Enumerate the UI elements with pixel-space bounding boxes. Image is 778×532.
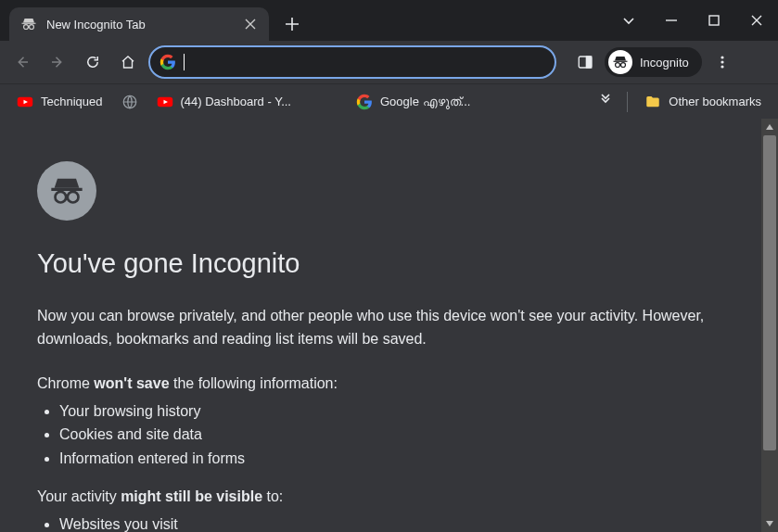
scroll-down-button[interactable] [761, 515, 778, 532]
bookmarks-bar: Techniqued (44) Dashboard - Y... Google … [0, 83, 778, 119]
svg-point-7 [721, 56, 723, 58]
might-visible-heading: Your activity might still be visible to: [37, 488, 741, 505]
minimize-button[interactable] [650, 2, 693, 39]
svg-point-8 [721, 60, 723, 63]
back-button[interactable] [7, 47, 37, 77]
separator [627, 92, 628, 112]
incognito-hero-icon [37, 161, 96, 221]
side-panel-button[interactable] [571, 48, 599, 76]
scrollbar-thumb[interactable] [763, 135, 776, 450]
youtube-icon [17, 94, 33, 110]
svg-rect-2 [709, 16, 719, 25]
list-item: Your browsing history [59, 399, 741, 424]
page-viewport: You've gone Incognito Now you can browse… [0, 119, 778, 532]
incognito-label: Incognito [640, 56, 689, 70]
svg-point-13 [56, 192, 67, 203]
svg-point-0 [24, 25, 29, 30]
might-visible-list: Websites you visit [37, 513, 741, 532]
home-button[interactable] [113, 47, 143, 77]
other-bookmarks-label: Other bookmarks [669, 95, 761, 108]
wont-save-heading: Chrome won't save the following informat… [37, 375, 741, 392]
tab-title: New Incognito Tab [46, 18, 234, 32]
bookmark-item[interactable]: Techniqued [9, 90, 110, 114]
text-caret [184, 54, 185, 70]
tab-close-button[interactable] [243, 17, 258, 32]
vertical-scrollbar[interactable] [761, 119, 778, 532]
address-bar[interactable] [148, 45, 556, 79]
incognito-indicator[interactable]: Incognito [605, 47, 702, 77]
svg-point-1 [30, 25, 34, 30]
title-bar: New Incognito Tab [0, 0, 778, 41]
new-tab-button[interactable] [278, 10, 306, 38]
google-icon [356, 94, 373, 110]
svg-point-6 [621, 63, 626, 68]
incognito-page-content: You've gone Incognito Now you can browse… [0, 119, 778, 532]
chrome-menu-button[interactable] [708, 47, 737, 77]
scroll-up-button[interactable] [761, 119, 778, 135]
scrollbar-track[interactable] [761, 135, 778, 515]
reload-button[interactable] [78, 47, 108, 77]
wont-save-list: Your browsing history Cookies and site d… [37, 399, 741, 471]
page-lead-text: Now you can browse privately, and other … [37, 305, 705, 351]
list-item: Websites you visit [59, 513, 741, 532]
window-controls [607, 0, 778, 41]
bookmark-label: (44) Dashboard - Y... [181, 95, 291, 108]
page-heading: You've gone Incognito [37, 248, 741, 279]
globe-icon [121, 94, 138, 110]
forward-button[interactable] [43, 47, 72, 77]
bookmarks-overflow-button[interactable] [593, 90, 618, 114]
bookmark-item[interactable]: Google എഴുത്... [349, 90, 478, 114]
youtube-icon [157, 94, 173, 110]
incognito-icon [608, 50, 632, 74]
svg-point-9 [721, 65, 723, 68]
toolbar: Incognito [0, 41, 778, 83]
list-item: Cookies and site data [59, 423, 741, 447]
bookmark-item[interactable]: (44) Dashboard - Y... [149, 90, 299, 114]
svg-point-5 [616, 63, 620, 68]
incognito-icon [20, 16, 37, 32]
close-window-button[interactable] [735, 2, 778, 39]
tab-search-button[interactable] [607, 2, 650, 39]
omnibox-input[interactable] [192, 55, 545, 70]
google-icon [159, 54, 176, 70]
svg-point-14 [68, 192, 79, 203]
bookmark-item[interactable] [114, 90, 146, 114]
list-item: Information entered in forms [59, 447, 741, 471]
browser-tab[interactable]: New Incognito Tab [9, 7, 269, 41]
folder-icon [644, 94, 661, 110]
bookmark-label: Google എഴുത്... [380, 95, 470, 109]
bookmark-label: Techniqued [41, 95, 103, 108]
svg-rect-4 [587, 57, 592, 68]
maximize-button[interactable] [693, 2, 735, 39]
other-bookmarks-folder[interactable]: Other bookmarks [637, 90, 769, 114]
